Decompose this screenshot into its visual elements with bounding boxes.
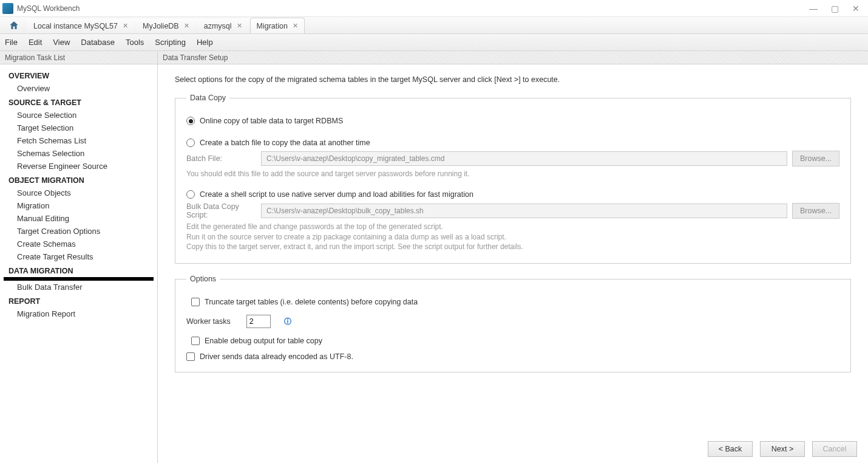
section-title: DATA MIGRATION: [0, 263, 157, 277]
tab-local-instance[interactable]: Local instance MySQL57✕: [27, 18, 135, 33]
checkbox-truncate-label[interactable]: Truncate target tables (i.e. delete cont…: [205, 298, 418, 306]
options-group: Options Truncate target tables (i.e. del…: [175, 275, 851, 372]
nav-item[interactable]: Migration: [0, 199, 157, 212]
worker-tasks-label: Worker tasks: [186, 317, 231, 326]
minimize-icon[interactable]: —: [809, 4, 818, 13]
app-icon: [2, 3, 13, 14]
nav-item[interactable]: Schemas Selection: [0, 147, 157, 160]
cancel-button[interactable]: Cancel: [812, 441, 857, 457]
checkbox-truncate[interactable]: [191, 298, 200, 306]
worker-tasks-input[interactable]: [246, 315, 271, 328]
menu-database[interactable]: Database: [81, 38, 115, 47]
panel-intro: Select options for the copy of the migra…: [175, 75, 851, 84]
radio-shell-script[interactable]: [186, 190, 195, 199]
tab-azmysql[interactable]: azmysql✕: [197, 18, 249, 33]
tab-myjoliedb[interactable]: MyJolieDB✕: [136, 18, 196, 33]
radio-batch-file[interactable]: [186, 139, 195, 147]
checkbox-debug-label[interactable]: Enable debug output for table copy: [205, 337, 322, 345]
sidebar: Migration Task List OVERVIEWOverviewSOUR…: [0, 51, 158, 463]
radio-online-copy-label[interactable]: Online copy of table data to target RDBM…: [200, 117, 343, 125]
browse-batch-button[interactable]: Browse...: [792, 151, 839, 166]
nav-item[interactable]: Reverse Engineer Source: [0, 160, 157, 173]
info-icon[interactable]: ⓘ: [284, 317, 291, 327]
checkbox-debug[interactable]: [191, 337, 200, 345]
nav-item[interactable]: Bulk Data Transfer: [0, 281, 157, 293]
close-icon[interactable]: ✕: [293, 22, 298, 30]
batch-hint: You should edit this file to add the sou…: [186, 169, 839, 179]
nav-item[interactable]: Create Target Results: [0, 250, 157, 263]
maximize-icon[interactable]: ▢: [831, 4, 839, 13]
radio-online-copy[interactable]: [186, 117, 195, 125]
bulk-script-label: Bulk Data Copy Script:: [186, 202, 256, 219]
batch-file-input[interactable]: [261, 151, 787, 166]
data-copy-group: Data Copy Online copy of table data to t…: [175, 94, 851, 264]
options-legend: Options: [186, 275, 220, 283]
close-icon[interactable]: ✕: [237, 22, 242, 30]
nav-item[interactable]: Target Selection: [0, 122, 157, 134]
data-copy-legend: Data Copy: [186, 94, 229, 102]
back-button[interactable]: < Back: [708, 441, 753, 457]
menu-edit[interactable]: Edit: [29, 38, 42, 47]
main-panel: Data Transfer Setup Select options for t…: [158, 51, 868, 463]
close-icon[interactable]: ✕: [184, 22, 189, 30]
window-title: MySQL Workbench: [17, 4, 80, 13]
nav-item[interactable]: Overview: [0, 82, 157, 95]
home-button[interactable]: [5, 18, 23, 33]
nav-item[interactable]: Source Objects: [0, 187, 157, 199]
menubar: File Edit View Database Tools Scripting …: [0, 34, 868, 51]
radio-shell-script-label[interactable]: Create a shell script to use native serv…: [200, 190, 473, 199]
wizard-footer: < Back Next > Cancel: [158, 435, 868, 463]
bulk-hint-3: Copy this to the target server, extract …: [186, 242, 839, 252]
menu-view[interactable]: View: [53, 38, 70, 47]
close-icon[interactable]: ✕: [123, 22, 128, 30]
batch-file-label: Batch File:: [186, 154, 256, 163]
menu-scripting[interactable]: Scripting: [155, 38, 186, 47]
browse-bulk-button[interactable]: Browse...: [792, 203, 839, 219]
panel-header: Data Transfer Setup: [158, 51, 868, 64]
menu-tools[interactable]: Tools: [126, 38, 144, 47]
radio-batch-file-label[interactable]: Create a batch file to copy the data at …: [200, 139, 370, 147]
section-title: OBJECT MIGRATION: [0, 173, 157, 187]
nav-item[interactable]: Fetch Schemas List: [0, 134, 157, 147]
menu-help[interactable]: Help: [197, 38, 213, 47]
nav-item[interactable]: Manual Editing: [0, 212, 157, 225]
next-button[interactable]: Next >: [760, 441, 805, 457]
checkbox-utf8-label[interactable]: Driver sends data already encoded as UTF…: [200, 352, 353, 361]
close-icon[interactable]: ✕: [852, 4, 860, 13]
menu-file[interactable]: File: [5, 38, 18, 47]
section-title: SOURCE & TARGET: [0, 95, 157, 109]
nav-item[interactable]: Source Selection: [0, 109, 157, 122]
titlebar: MySQL Workbench — ▢ ✕: [0, 0, 868, 17]
bulk-script-input[interactable]: [261, 204, 787, 218]
checkbox-utf8[interactable]: [186, 352, 195, 361]
bulk-hint-2: Run it on the source server to create a …: [186, 232, 839, 242]
section-title: REPORT: [0, 293, 157, 307]
nav-item[interactable]: Migration Report: [0, 307, 157, 320]
tab-migration[interactable]: Migration✕: [250, 18, 305, 33]
sidebar-header: Migration Task List: [0, 51, 157, 64]
tabbar: Local instance MySQL57✕ MyJolieDB✕ azmys…: [0, 17, 868, 34]
bulk-hint-1: Edit the generated file and change passw…: [186, 222, 839, 232]
section-title: OVERVIEW: [0, 68, 157, 82]
nav-item[interactable]: Create Schemas: [0, 238, 157, 250]
nav-item[interactable]: Target Creation Options: [0, 225, 157, 238]
